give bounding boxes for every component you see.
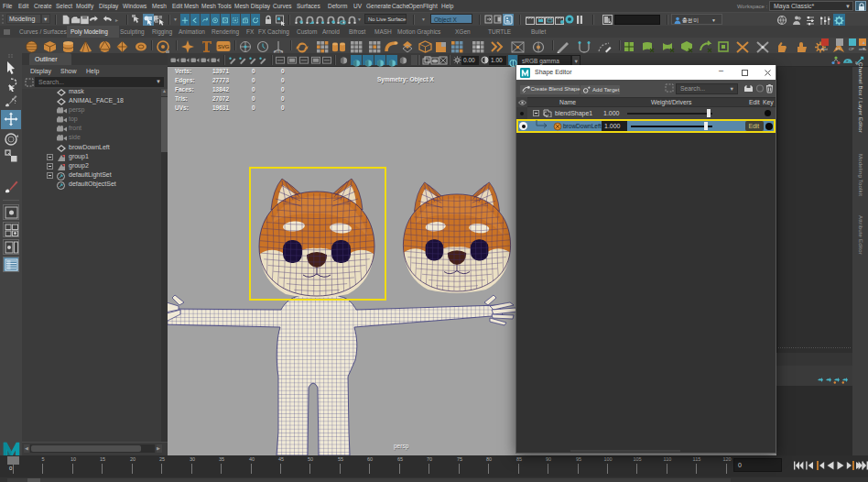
svg-text:SVG: SVG — [218, 44, 230, 49]
